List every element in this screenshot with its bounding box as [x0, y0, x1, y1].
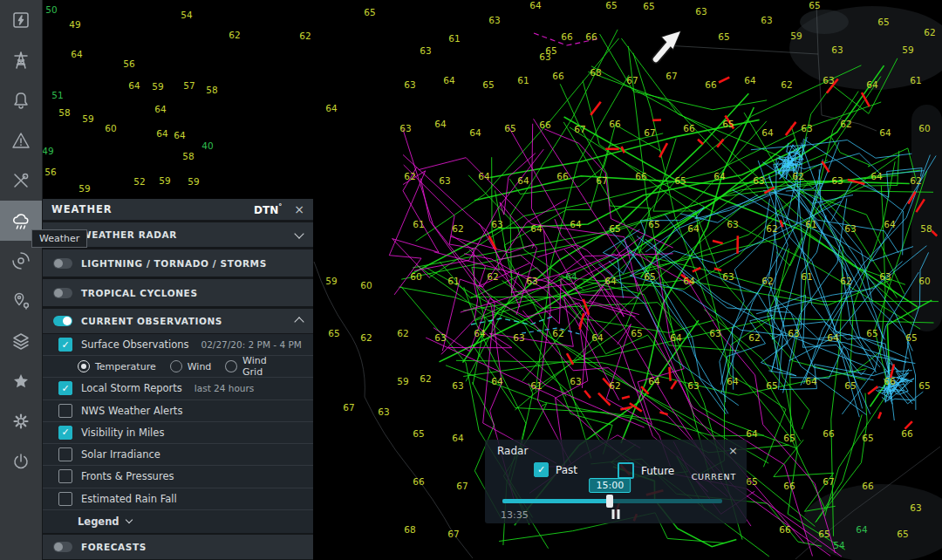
tropical-toggle[interactable]: [53, 288, 72, 298]
radio-wind[interactable]: Wind: [170, 360, 212, 372]
slider-handle[interactable]: [606, 495, 613, 508]
chevron-up-icon[interactable]: [294, 318, 304, 327]
svg-text:40: 40: [201, 140, 213, 151]
visibility-checkbox[interactable]: ✓: [58, 426, 72, 440]
svg-text:66: 66: [552, 71, 564, 81]
fronts-pressures-checkbox[interactable]: [58, 469, 72, 483]
storm-alerts-icon: [10, 10, 31, 31]
sidebar-item-notifications[interactable]: [0, 80, 42, 120]
sidebar-item-warnings[interactable]: [0, 120, 42, 160]
solar-irradiance-checkbox[interactable]: [58, 447, 72, 461]
check-icon: ✓: [61, 384, 69, 393]
row-fronts-pressures[interactable]: Fronts & Pressures: [43, 466, 313, 488]
pause-button[interactable]: [612, 509, 620, 519]
svg-text:61: 61: [447, 276, 459, 286]
row-local-storm-reports[interactable]: ✓ Local Storm Reports last 24 hours: [43, 378, 313, 400]
svg-text:64: 64: [687, 223, 700, 234]
svg-text:59: 59: [397, 376, 408, 386]
row-visibility-in-miles[interactable]: ✓ Visibility in Miles: [43, 422, 313, 444]
svg-text:67: 67: [823, 476, 834, 487]
svg-text:63: 63: [801, 123, 812, 133]
gear-icon: [10, 411, 31, 432]
svg-text:64: 64: [530, 223, 543, 234]
section-tropical-cyclones[interactable]: TROPICAL CYCLONES: [43, 277, 313, 307]
hurricane-icon: [10, 250, 31, 271]
svg-text:64: 64: [856, 524, 868, 535]
svg-text:63: 63: [404, 79, 415, 90]
legend-toggle[interactable]: Legend: [43, 510, 313, 533]
svg-text:61: 61: [801, 271, 812, 282]
svg-text:65: 65: [905, 332, 917, 343]
svg-text:63: 63: [539, 51, 550, 62]
surface-observations-checkbox[interactable]: ✓: [58, 338, 72, 352]
past-checkbox-row[interactable]: ✓ Past: [534, 462, 577, 477]
close-icon[interactable]: ×: [294, 203, 304, 215]
sidebar-item-layers[interactable]: [0, 321, 42, 361]
chevron-down-icon[interactable]: [294, 229, 304, 238]
section-current-observations[interactable]: CURRENT OBSERVATIONS: [43, 307, 313, 334]
svg-text:64: 64: [884, 219, 896, 229]
current-observations-toggle[interactable]: [53, 316, 72, 326]
svg-text:58: 58: [182, 151, 194, 161]
row-estimated-rain-fall[interactable]: Estimated Rain Fall: [43, 488, 313, 510]
sidebar-item-storm-alerts[interactable]: [0, 0, 42, 40]
forecasts-toggle[interactable]: [53, 542, 72, 552]
radio-temperature[interactable]: Temperature: [78, 360, 156, 372]
check-icon: ✓: [61, 427, 69, 437]
svg-text:64: 64: [434, 119, 447, 129]
future-checkbox-row[interactable]: Future: [618, 462, 674, 479]
svg-text:65: 65: [918, 380, 930, 391]
section-forecasts[interactable]: FORECASTS: [43, 533, 313, 560]
local-storm-reports-checkbox[interactable]: ✓: [58, 381, 72, 395]
svg-text:64: 64: [727, 376, 739, 386]
slider-start-time: 13:35: [501, 509, 529, 521]
svg-text:63: 63: [844, 223, 856, 234]
future-checkbox[interactable]: [618, 462, 634, 479]
svg-text:63: 63: [420, 45, 431, 56]
svg-text:61: 61: [413, 219, 424, 229]
svg-text:67: 67: [596, 175, 607, 186]
svg-text:59: 59: [790, 31, 802, 41]
row-surface-observations[interactable]: ✓ Surface Observations 02/27/20: 2 PM - …: [43, 334, 313, 356]
svg-text:63: 63: [761, 15, 772, 25]
observation-time-range: 02/27/20: 2 PM - 4 PM: [201, 339, 302, 350]
svg-text:62: 62: [360, 332, 372, 343]
row-solar-irradiance[interactable]: Solar Irradiance: [43, 444, 313, 466]
check-icon: ✓: [537, 465, 545, 475]
svg-text:62: 62: [910, 175, 921, 186]
sidebar-item-location[interactable]: [0, 281, 42, 321]
svg-text:66: 66: [862, 481, 874, 491]
svg-text:65: 65: [818, 529, 829, 539]
weather-cloud-rain-icon: [10, 210, 31, 231]
svg-text:64: 64: [604, 276, 617, 286]
svg-text:64: 64: [866, 79, 878, 90]
observation-type-radios: Temperature Wind Wind Grid: [43, 356, 313, 378]
nws-weather-alerts-checkbox[interactable]: [58, 404, 72, 418]
svg-text:67: 67: [447, 529, 459, 539]
radar-time-slider[interactable]: 15:00: [502, 499, 722, 503]
svg-text:63: 63: [439, 175, 450, 186]
svg-text:64: 64: [325, 103, 338, 113]
sidebar-item-transmission[interactable]: [0, 40, 42, 80]
svg-text:65: 65: [413, 428, 424, 439]
sidebar-item-tools[interactable]: [0, 160, 42, 201]
section-lightning[interactable]: LIGHTNING / TORNADO / STORMS: [43, 248, 313, 277]
estimated-rain-fall-checkbox[interactable]: [58, 492, 72, 506]
past-checkbox[interactable]: ✓: [534, 462, 549, 477]
sidebar-item-settings[interactable]: [0, 401, 42, 441]
radio-wind-grid[interactable]: Wind Grid: [225, 355, 289, 378]
close-icon[interactable]: ×: [728, 444, 738, 457]
radio-dot: [225, 360, 237, 372]
svg-text:63: 63: [434, 332, 446, 343]
svg-text:64: 64: [879, 127, 891, 138]
lightning-toggle[interactable]: [53, 258, 72, 269]
row-nws-weather-alerts[interactable]: NWS Weather Alerts: [43, 400, 313, 422]
sidebar-item-favorites[interactable]: [0, 361, 42, 401]
svg-text:60: 60: [105, 123, 116, 133]
svg-text:65: 65: [877, 17, 889, 27]
svg-text:60: 60: [410, 271, 421, 282]
svg-text:64: 64: [154, 104, 167, 114]
svg-text:64: 64: [805, 376, 817, 386]
svg-text:63: 63: [687, 380, 699, 391]
sidebar-item-power[interactable]: [0, 441, 42, 481]
